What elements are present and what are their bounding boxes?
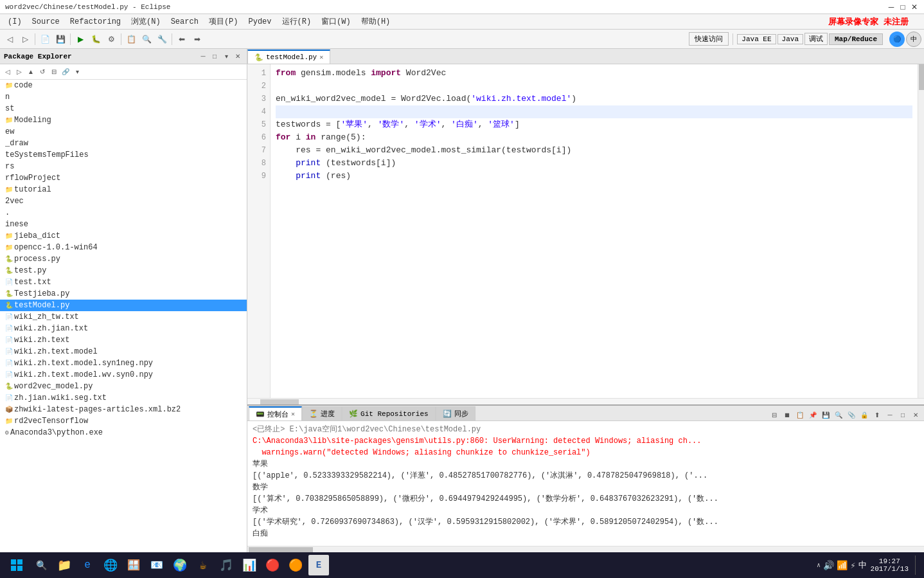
maximize-button[interactable]: □ [898,3,907,12]
perspective-mapreduce[interactable]: Map/Reduce [829,33,883,45]
menu-item-project[interactable]: 项目(P) [204,15,244,28]
console-tab-sync[interactable]: 🔄 同步 [436,406,475,420]
sidebar-item-rd2vec-tf[interactable]: 📁rd2vecTensorflow [0,415,247,427]
sidebar-item-tempfiles[interactable]: teSystemsTempFiles [0,149,247,161]
console-copy-btn[interactable]: 📋 [794,409,806,420]
taskbar-clock[interactable]: 19:27 2017/1/13 [871,557,909,573]
sidebar-item-n[interactable]: n [0,91,247,103]
sidebar-item-zhwiki-bz2[interactable]: 📦zhwiki-latest-pages-articles.xml.bz2 [0,404,247,415]
sidebar-item-anaconda-exe[interactable]: ⚙Anaconda3\python.exe [0,427,247,438]
toolbar-nav2[interactable]: ➡ [190,32,204,46]
console-search-btn[interactable]: 🔍 [833,409,844,420]
taskbar-network-icon[interactable]: 📶 [837,560,848,571]
toolbar-extra2[interactable]: 🔍 [139,32,154,46]
menu-item-browse[interactable]: 浏览(N) [126,15,166,28]
toolbar-forward[interactable]: ▷ [18,32,32,46]
taskbar-orange[interactable]: 🟠 [285,555,306,575]
sidebar-item-wiki-model[interactable]: 📄wiki.zh.text.model [0,346,247,357]
editor-horizontal-scrollbar[interactable] [247,398,924,404]
toolbar-save[interactable]: 💾 [53,32,67,46]
menu-item-pydev[interactable]: Pydev [243,16,276,28]
taskbar-battery-icon[interactable]: ⚡ [850,560,855,571]
taskbar-ime-icon[interactable]: 中 [858,559,867,571]
console-maximize-btn[interactable]: □ [897,409,909,420]
console-tab-close[interactable]: ✕ [291,410,295,418]
sidebar-item-wiki-syn1neg[interactable]: 📄wiki.zh.text.model.syn1neg.npy [0,357,247,369]
taskbar-spotify[interactable]: 🎵 [216,555,236,575]
toolbar-extra3[interactable]: 🔧 [155,32,169,46]
taskbar-file-explorer[interactable]: 📁 [54,555,75,575]
toolbar-nav1[interactable]: ⬅ [175,32,189,46]
menu-item-source[interactable]: Source [27,16,65,28]
toolbar-back[interactable]: ◁ [3,32,17,46]
sidebar-item-jieba-dict[interactable]: 📁jieba_dict [0,230,247,242]
console-horizontal-scrollbar[interactable] [247,546,924,552]
taskbar-volume-icon[interactable]: 🔊 [823,560,834,571]
console-stop-btn[interactable]: ⏹ [781,409,793,420]
perspective-java[interactable]: Java [777,34,803,44]
tab-close-testmodel[interactable]: ✕ [319,53,323,61]
taskbar-edge[interactable]: 🌐 [100,555,121,575]
sidebar-item-wiki-text[interactable]: 📄wiki.zh.text [0,334,247,346]
console-save-btn[interactable]: 💾 [820,409,831,420]
sidebar-item-test-py[interactable]: 🐍test.py [0,265,247,276]
console-scroll-lock-btn[interactable]: 🔒 [858,409,870,420]
sidebar-item-testmodel[interactable]: 🐍testModel.py [0,300,247,311]
sidebar-menu-btn[interactable]: ✕ [233,51,243,62]
console-minimize-btn[interactable]: ─ [884,409,896,420]
taskbar-search[interactable]: 🔍 [31,555,51,575]
sidebar-item-wiki-jian[interactable]: 📄wiki.zh.jian.txt [0,323,247,334]
minimize-button[interactable]: ─ [887,3,896,12]
menu-item-i[interactable]: (I) [3,16,27,28]
taskbar-chrome[interactable]: 🌍 [170,555,190,575]
menu-item-window[interactable]: 窗口(W) [316,15,356,28]
taskbar-show-desktop[interactable] [915,555,919,575]
console-expand-btn[interactable]: ⬆ [871,409,883,420]
toolbar-extra1[interactable]: 📋 [124,32,138,46]
taskbar-java[interactable]: ☕ [193,555,213,575]
console-paste-btn[interactable]: 📌 [807,409,819,420]
menu-item-refactoring[interactable]: Refactoring [65,16,126,28]
menu-item-search[interactable]: Search [166,16,204,28]
sidebar-item-rflow[interactable]: rflowProject [0,172,247,184]
sidebar-item-ew[interactable]: ew [0,126,247,138]
sidebar-item-code[interactable]: 📁code [0,80,247,91]
sidebar-item-rs[interactable]: rs [0,161,247,172]
sidebar-link-btn[interactable]: 🔗 [60,67,71,77]
editor-tab-testmodel[interactable]: 🐍 testModel.py ✕ [247,50,330,64]
sidebar-forward-btn[interactable]: ▷ [14,67,24,77]
sidebar-expand-btn[interactable]: □ [209,51,220,62]
sidebar-minimize-btn[interactable]: ─ [198,51,208,62]
sidebar-item-word2vec-model[interactable]: 🐍word2vec_model.py [0,381,247,392]
taskbar-mail[interactable]: 📧 [147,555,167,575]
taskbar-green[interactable]: 🔴 [262,555,283,575]
quick-access-button[interactable]: 快速访问 [689,32,729,46]
toolbar-build[interactable]: ⚙ [104,32,118,46]
console-close-panel-btn[interactable]: ✕ [910,409,921,420]
toolbar-debug[interactable]: 🐛 [89,32,103,46]
editor-vertical-scrollbar[interactable] [918,64,924,398]
sidebar-view-btn[interactable]: ▾ [72,67,82,77]
perspective-debug[interactable]: 调试 [804,33,828,45]
toolbar-run[interactable]: ▶ [73,32,87,46]
taskbar-expand-icon[interactable]: ∧ [817,561,821,569]
close-button[interactable]: ✕ [910,3,919,12]
sidebar-collapse-btn[interactable]: ▾ [221,51,231,62]
taskbar-ie[interactable]: e [77,555,98,575]
sidebar-refresh-btn[interactable]: ↺ [37,67,48,77]
sidebar-item-wiki-tw[interactable]: 📄wiki_zh_tw.txt [0,311,247,323]
sidebar-item-tutorial[interactable]: 📁tutorial [0,184,247,195]
console-tab-console[interactable]: 📟 控制台 ✕ [249,406,302,420]
menu-item-run[interactable]: 运行(R) [277,15,317,28]
console-content[interactable]: <已终止> E:\java空间1\word2vec\Chinese\testMo… [247,421,924,546]
sidebar-up-btn[interactable]: ▲ [26,67,36,77]
taskbar-ppt[interactable]: 📊 [239,555,260,575]
console-pin-btn[interactable]: 📎 [846,409,857,420]
sidebar-item-testjieba[interactable]: 🐍Testjieba.py [0,288,247,300]
perspective-java-ee[interactable]: Java EE [737,34,776,44]
sidebar-collapseall-btn[interactable]: ⊟ [49,67,59,77]
taskbar-windows-store[interactable]: 🪟 [123,555,144,575]
taskbar-eclipse[interactable]: E [308,555,329,575]
console-tab-progress[interactable]: ⏳ 进度 [302,406,342,420]
sidebar-item-draw[interactable]: _draw [0,138,247,149]
